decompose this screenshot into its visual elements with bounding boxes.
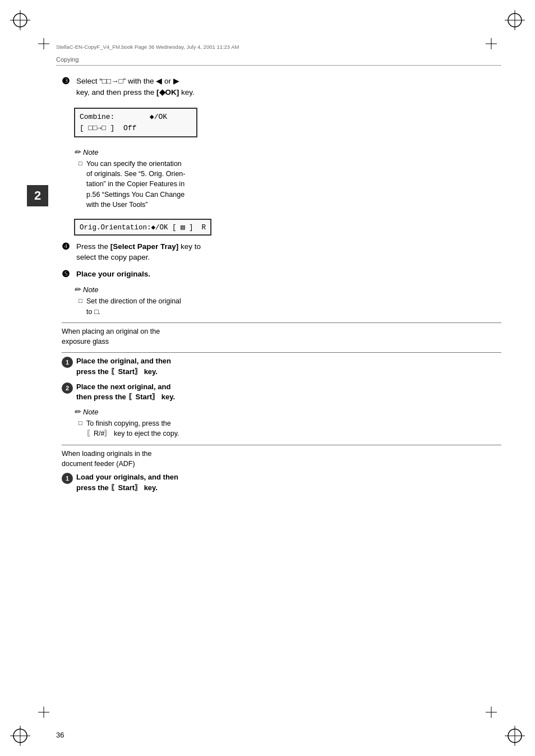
note-item-step5-1: □ Set the direction of the original to □… <box>79 296 501 316</box>
adf-step-1: 1 Load your originals, and then press th… <box>62 472 501 494</box>
reg-mark-tr <box>505 10 525 30</box>
exposure-glass-label-line2: exposure glass <box>62 338 109 345</box>
adf-label: When loading originals in the document f… <box>62 449 501 469</box>
reg-mark-br <box>505 726 525 746</box>
note-pencil-icon: ✏ <box>74 147 81 156</box>
exposure-glass-label: When placing an original on the exposure… <box>62 326 501 347</box>
note-label-step5: Note <box>83 285 98 294</box>
divider-1 <box>62 322 501 323</box>
reg-mark-bl <box>10 726 30 746</box>
step-4-text: Press the [Select Paper Tray] key to sel… <box>76 241 201 263</box>
note-header-exposure2: ✏ Note <box>74 407 501 416</box>
adf-label-line2: document feeder (ADF) <box>62 460 135 468</box>
step-3-num: ❸ <box>62 76 74 86</box>
note-body-step5-1: Set the direction of the original to □. <box>86 296 181 316</box>
file-info: StellaC-EN-CopyF_V4_FM.book Page 36 Wedn… <box>56 44 239 50</box>
cross-mark-tr <box>486 38 497 49</box>
step-3-text: Select “□□→□” with the ◀ or ▶ key, and t… <box>76 76 195 98</box>
step-5-text: Place your originals. <box>76 269 150 280</box>
lcd-orientation-row1: Orig.Orientation:◆/OK <box>80 224 168 232</box>
note-bullet-exp2: □ <box>79 420 86 426</box>
exposure-step-1: 1 Place the original, and then press the… <box>62 356 501 377</box>
divider-2 <box>62 352 501 353</box>
page-content: Copying 2 ❸ Select “□□→□” with the ◀ or … <box>56 56 501 711</box>
note-pencil-icon-5: ✏ <box>74 285 81 294</box>
step-4: ❹ Press the [Select Paper Tray] key to s… <box>62 241 501 263</box>
lcd-display-orientation: Orig.Orientation:◆/OK [ ▤ ] R <box>74 219 211 236</box>
note-item-step3-1: □ You can specify the orientation of ori… <box>79 159 501 210</box>
header-section: Copying <box>56 56 501 66</box>
reg-mark-tl <box>10 10 30 30</box>
exposure-step-1-text: Place the original, and then press the 〖… <box>76 356 171 377</box>
adf-step-1-num: 1 <box>62 473 73 484</box>
main-body: ❸ Select “□□→□” with the ◀ or ▶ key, and… <box>62 76 501 494</box>
note-bullet-step3-1: □ <box>79 160 86 167</box>
adf-label-line1: When loading originals in the <box>62 450 152 458</box>
exposure-step-2-text: Place the next original, and then press … <box>76 382 175 403</box>
step-3: ❸ Select “□□→□” with the ◀ or ▶ key, and… <box>62 76 501 98</box>
exposure-step-2-num: 2 <box>62 382 73 394</box>
chapter-number-box: 2 <box>27 185 48 206</box>
note-header-step3: ✏ Note <box>74 147 501 156</box>
note-item-exposure2-1: □ To finish copying, press the 〖R/#〗 key… <box>79 418 501 439</box>
note-step3: ✏ Note □ You can specify the orientation… <box>74 147 501 210</box>
cross-mark-bl <box>38 707 49 718</box>
page-number: 36 <box>56 731 64 739</box>
note-label-exposure2: Note <box>83 408 98 416</box>
cross-mark-tl <box>38 38 49 49</box>
lcd-orientation-row2: [ ▤ ] R <box>172 224 206 232</box>
adf-step-1-text: Load your originals, and then press the … <box>76 472 178 494</box>
note-body-exp2: To finish copying, press the 〖R/#〗 key t… <box>86 418 179 439</box>
note-pencil-icon-exp2: ✏ <box>74 407 81 416</box>
note-header-step5: ✏ Note <box>74 285 501 294</box>
step-4-num: ❹ <box>62 241 74 252</box>
lcd-display-combine: Combine: ◆/OK [ □□→□ ] Off <box>74 108 197 137</box>
header-text: Copying <box>56 56 79 63</box>
exposure-step-1-num: 1 <box>62 357 73 368</box>
divider-3 <box>62 445 501 445</box>
lcd-row1: Combine: ◆/OK <box>80 112 192 123</box>
step-5: ❺ Place your originals. <box>62 269 501 280</box>
note-body-step3-1: You can specify the orientation of origi… <box>86 159 185 210</box>
note-exposure-step2: ✏ Note □ To finish copying, press the 〖R… <box>74 407 501 439</box>
note-bullet-step5-1: □ <box>79 297 86 304</box>
exposure-glass-label-line1: When placing an original on the <box>62 328 160 335</box>
chapter-number: 2 <box>34 188 41 203</box>
lcd-row2: [ □□→□ ] Off <box>80 123 192 134</box>
exposure-step-2: 2 Place the next original, and then pres… <box>62 382 501 403</box>
note-step5: ✏ Note □ Set the direction of the origin… <box>74 285 501 316</box>
note-label-step3: Note <box>83 148 98 156</box>
step-5-num: ❺ <box>62 269 74 279</box>
